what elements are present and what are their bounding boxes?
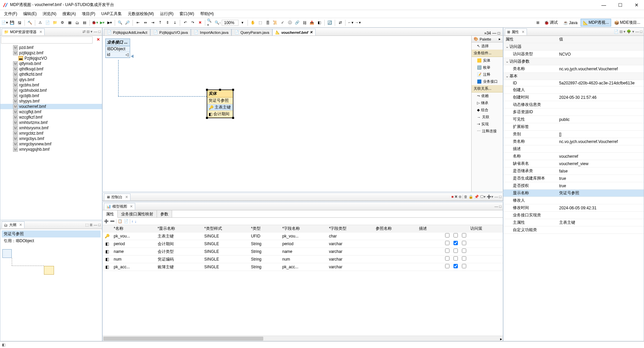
menu-uap-tools[interactable]: UAP工具集 [99,10,124,17]
entity-attr[interactable]: 🔑主表主键 [207,104,233,111]
editor-tab[interactable]: 📄ImportAction.java [191,29,231,36]
up-icon[interactable]: ↑ [131,219,133,223]
clear-icon[interactable]: 🗑 [464,195,468,199]
checkbox[interactable] [453,256,458,261]
new-console-icon[interactable]: ➕▾ [487,195,493,199]
property-value[interactable] [557,226,644,234]
property-group[interactable]: ⌄访问器 [503,43,644,51]
fwd-icon[interactable]: →▾ [355,19,361,26]
property-row[interactable]: 主属性主表主键 [503,219,644,226]
zoom-drop-icon[interactable]: ▾ [239,19,246,26]
entity-node[interactable]: 实体 凭证号参照 🔑主表主键 ◧会计期间 [207,89,233,118]
del-icon[interactable]: ➖ [110,219,115,223]
column-header[interactable]: *类型 [249,225,280,232]
checkbox[interactable] [445,264,449,268]
property-row[interactable]: 修改人 [503,197,644,204]
property-row[interactable]: 类名称nc.vo.jych.voucherref.Voucherref [503,138,644,145]
min-icon[interactable]: — [94,29,97,34]
misc-icon[interactable]: ◧ [316,19,323,26]
menu-icon[interactable]: ▾ [632,29,634,34]
palette-item-notelink[interactable]: ⋯注释连接 [472,128,503,135]
resource-manager-tab[interactable]: 📁 MDP资源管理器 ✕ [2,28,45,35]
collapse-icon[interactable]: ⊟ [87,29,90,34]
property-value[interactable]: public [557,116,644,123]
min-icon[interactable]: — [494,195,498,199]
tree-item[interactable]: Mxmrgcbys.bmf [0,136,102,141]
tree-item[interactable]: Mwzcgfkjt.bmf [0,109,102,115]
select-icon[interactable]: ⬚ [257,19,264,26]
table-row[interactable]: ◧name会计类型SINGLEStringnamevarchar [103,248,503,256]
outline-a-icon[interactable]: ⬚ [85,223,89,227]
property-value[interactable]: [] [557,131,644,138]
pin-icon[interactable]: 📌 [474,195,479,199]
outline-tab[interactable]: 🗂 大纲 ✕ [2,221,24,228]
table-row[interactable]: ◧period会计期间SINGLEStringperiodvarchar [103,240,503,248]
property-value[interactable] [557,101,644,109]
menu-icon[interactable]: ▾ [91,29,93,34]
perspective-mde[interactable]: 📦 MDE项目... [612,19,643,26]
tree-item[interactable]: Mxmryxqgsjhb.bmf [0,147,102,152]
palette-item-note[interactable]: 📝注释 [472,71,503,78]
close-icon[interactable]: ✕ [19,223,22,227]
run-ext-icon[interactable]: ▶▾ [106,19,113,26]
column-header[interactable]: 访问策 [468,225,503,232]
align-left-icon[interactable]: ⇤ [135,19,141,26]
build-icon[interactable]: 🔨 [26,19,33,26]
remove-all-icon[interactable]: ⊗ [459,195,462,199]
palette-item-entity[interactable]: 🟨实体 [472,57,503,64]
outline-item[interactable]: 凭证号参照 [2,230,101,237]
property-value[interactable]: 凭证号参照 [557,190,644,197]
filter-icon[interactable]: ▾ [624,29,626,34]
menu-project[interactable]: 项目(P) [79,10,98,17]
outline-b-icon[interactable]: ≣ [90,223,93,227]
save-all-icon[interactable]: 🖫 [16,19,23,26]
palette-section[interactable]: 业务组件... [472,50,503,57]
tree-icon[interactable]: 🌳 [627,29,631,34]
interface-node[interactable]: 业务接口 ... IBDObject id◁ [105,39,130,58]
property-value[interactable]: nc.vo.jych.voucherref.Voucherref [557,65,644,73]
new-dropdown-icon[interactable]: 📄▾ [1,19,8,26]
open-type-icon[interactable]: 🔍 [117,19,123,26]
checkbox[interactable] [445,249,449,253]
property-row[interactable]: 名称voucherref [503,153,644,160]
property-value[interactable] [557,197,644,204]
property-row[interactable]: 业务接口实现类 [503,212,644,219]
search-icon[interactable]: 🔎 [124,19,131,26]
min-icon[interactable]: — [635,29,639,34]
menu-search[interactable]: 搜索(A) [60,10,78,17]
tree-item[interactable]: Mrgcbhsbold.bmf [0,88,102,93]
checkbox[interactable] [453,249,458,253]
align-bot-icon[interactable]: ⤓ [171,19,178,26]
property-value[interactable]: nc.vo.jych.voucherref.Voucherref [557,138,644,145]
property-value[interactable]: NCVO [557,51,644,58]
minimize-button[interactable]: — [599,2,609,8]
diagram-canvas[interactable]: 业务接口 ... IBDObject id◁ 实体 凭证号参照 🔑主表主键 [103,36,471,192]
display-icon[interactable]: 🖵▾ [480,195,486,199]
column-header[interactable] [443,225,451,232]
property-row[interactable]: 描述 [503,145,644,153]
checkbox[interactable] [462,256,466,261]
checkbox[interactable] [453,264,458,268]
gear-icon[interactable]: ⚙ [59,19,66,26]
property-row[interactable]: ID5a202897-d20b-4620-ac3e-214dcfbe613e [503,80,644,86]
palette-select[interactable]: ↖选择 [472,43,503,50]
property-row[interactable]: 自定义功能类 [503,226,644,234]
link-view-icon[interactable]: ⇄ [337,19,343,26]
undo-icon[interactable]: ↶ [182,19,189,26]
align-top-icon[interactable]: ⤒ [157,19,163,26]
stop-icon[interactable]: ■ [451,195,454,199]
refresh-icon[interactable]: 🔄 [326,19,333,26]
property-row[interactable]: 缺省表名voucherref_view [503,160,644,167]
expander-icon[interactable]: ⌄ [505,59,509,64]
min-icon[interactable]: — [492,31,496,36]
pan-icon[interactable]: ✋ [250,19,256,26]
property-value[interactable] [557,212,644,219]
property-value[interactable]: 2024-05-30 21:57:46 [557,94,644,101]
property-value[interactable]: 主表主键 [557,219,644,226]
table-row[interactable]: ◧pk_acc...账簿主键SINGLEStringpk_acc...varch… [103,263,503,271]
link-icon[interactable]: ⇄ [83,29,86,34]
maximize-button[interactable]: ☐ [615,2,625,8]
align-right-icon[interactable]: ⇥ [149,19,156,26]
tree-item[interactable]: Mqtys.bmf [0,77,102,82]
perspective-debug[interactable]: 🐞 调试 [542,19,560,26]
